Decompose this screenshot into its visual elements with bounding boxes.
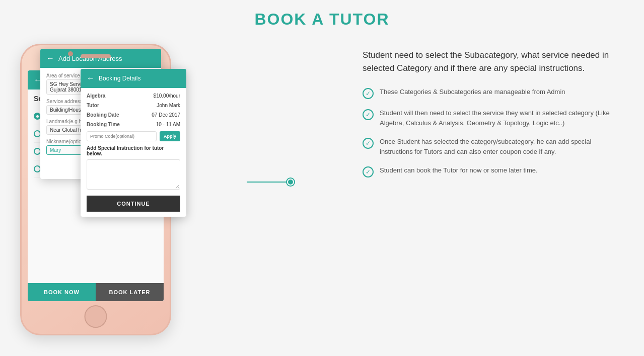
screens-container: ← Services in your lo... Select Service … [20,39,312,330]
check-icon-4: ✓ [363,166,374,177]
page-container: BOOK A TUTOR ← Services in your lo... Se… [0,0,644,340]
main-description: Student need to select the Subacategory,… [363,49,614,74]
check-icon-2: ✓ [363,109,374,120]
page-title: BOOK A TUTOR [254,10,389,29]
connector-line [247,182,287,183]
apply-button[interactable]: Apply [160,131,180,141]
tutor-label: Tutor [87,103,99,108]
radio-algebra[interactable] [34,113,41,120]
location-header: ← Add Location Address [40,49,161,68]
info-section: Student need to select the Subacategory,… [332,39,624,197]
connector [247,179,294,186]
special-instruction-textarea[interactable] [87,159,180,190]
content-area: ← Services in your lo... Select Service … [20,39,624,330]
booking-body: Algebra $10.00/hour Tutor John Mark Book… [81,88,186,217]
tutor-value: John Mark [157,103,180,108]
screen-booking: ← Booking Details Algebra $10.00/hour Tu… [81,69,186,217]
bullet-item-4: ✓ Student can book the Tutor for now or … [363,165,614,177]
booking-date-label: Booking Date [87,112,119,118]
radio-geometry[interactable] [34,148,41,155]
booking-row-tutor: Tutor John Mark [87,103,180,108]
bullet-item-1: ✓ These Categories & Subcategories are m… [363,87,614,99]
algebra-value: $10.00/hour [154,93,180,99]
radio-calculus[interactable] [34,130,41,137]
bullet-text-2: Student will then need to select the ser… [380,108,614,128]
booking-date-value: 07 Dec 2017 [152,112,180,118]
bullet-item-3: ✓ Once Student has selected the category… [363,137,614,156]
promo-input[interactable] [87,131,157,141]
location-back-icon[interactable]: ← [46,54,54,63]
booking-time-label: Booking Time [87,122,120,127]
bullet-text-3: Once Student has selected the category/s… [380,137,614,156]
radio-logic[interactable] [34,165,41,172]
special-instruction-label: Add Special Instruction for tutor below. [87,145,180,156]
booking-time-value: 10 - 11 AM [156,122,180,127]
booking-row-algebra: Algebra $10.00/hour [87,93,180,99]
connector-dot [287,179,294,186]
phone-speaker [81,54,111,58]
promo-row: Apply [87,131,180,141]
booking-row-time: Booking Time 10 - 11 AM [87,122,180,127]
screen1-bottom-btns: BOOK NOW BOOK LATER [28,283,164,301]
check-icon-1: ✓ [363,88,374,99]
book-later-button[interactable]: BOOK LATER [96,283,164,301]
booking-header-title: Booking Details [99,75,140,82]
phone-camera [68,51,73,56]
algebra-label: Algebra [87,93,105,99]
phone-home-button[interactable] [85,305,107,328]
bullet-text-4: Student can book the Tutor for now or so… [380,165,538,175]
bullet-item-2: ✓ Student will then need to select the s… [363,108,614,128]
booking-back-icon[interactable]: ← [87,74,95,83]
booking-row-date: Booking Date 07 Dec 2017 [87,112,180,118]
book-now-button[interactable]: BOOK NOW [28,283,96,301]
bullet-text-1: These Categories & Subcategories are man… [380,87,565,97]
continue-button[interactable]: CONTINUE [87,196,180,212]
booking-header: ← Booking Details [81,69,186,88]
check-icon-3: ✓ [363,138,374,149]
